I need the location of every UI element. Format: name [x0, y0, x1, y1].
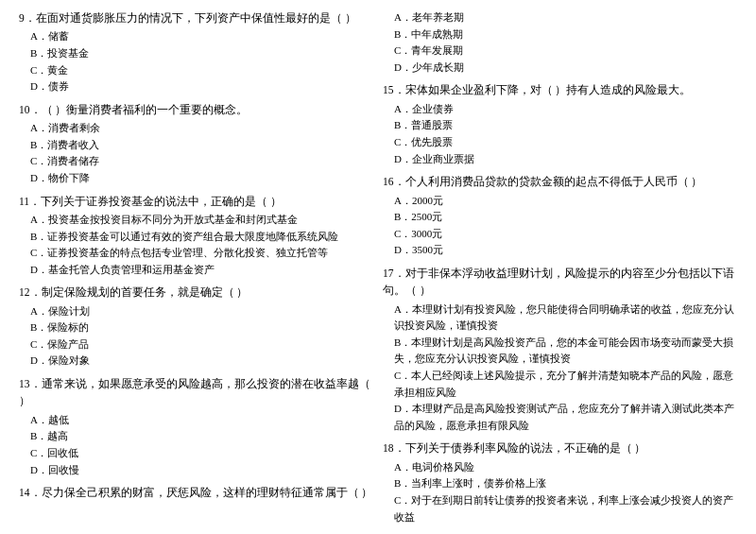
q15-opt-d: D．企业商业票据 — [383, 151, 737, 168]
q18-opt-b: B．当利率上涨时，债券价格上涨 — [383, 475, 737, 492]
question-14: 14．尽力保全己积累的财富，厌惩风险，这样的理财特征通常属于（ ） — [19, 484, 373, 501]
q12-opt-d: D．保险对象 — [19, 353, 373, 370]
question-13: 13．通常来说，如果愿意承受的风险越高，那么投资的潜在收益率越（ ） A．越低 … — [19, 375, 373, 478]
q17-opt-d: D．本理财产品是高风险投资测试产品，您应充分了解并请入测试此类本产品的风险，愿意… — [383, 401, 737, 434]
q12-opt-b: B．保险标的 — [19, 319, 373, 336]
right-column: A．老年养老期 B．中年成熟期 C．青年发展期 D．少年成长期 15．宋体如果企… — [383, 9, 737, 531]
main-content: 9．在面对通货膨胀压力的情况下，下列资产中保值性最好的是（ ） A．储蓄 B．投… — [19, 9, 737, 531]
question-15: 15．宋体如果企业盈利下降，对（ ）持有人造成的风险最大。 A．企业债券 B．普… — [383, 81, 737, 167]
question-18: 18．下列关于债券利率风险的说法，不正确的是（ ） A．电词价格风险 B．当利率… — [383, 439, 737, 525]
q15-opt-b: B．普通股票 — [383, 117, 737, 134]
q11-opt-d: D．基金托管人负责管理和运用基金资产 — [19, 262, 373, 279]
q15-title: 15．宋体如果企业盈利下降，对（ ）持有人造成的风险最大。 — [383, 81, 737, 98]
left-column: 9．在面对通货膨胀压力的情况下，下列资产中保值性最好的是（ ） A．储蓄 B．投… — [19, 9, 373, 531]
q16-opt-b: B．2500元 — [383, 209, 737, 226]
q11-title: 11．下列关于证券投资基金的说法中，正确的是（ ） — [19, 193, 373, 210]
q12-opt-a: A．保险计划 — [19, 303, 373, 320]
q9-opt-a: A．储蓄 — [19, 28, 373, 45]
q12-opt-c: C．保险产品 — [19, 336, 373, 353]
q14-options: A．老年养老期 B．中年成熟期 C．青年发展期 D．少年成长期 — [383, 9, 737, 76]
q10-title: 10．（ ）衡量消费者福利的一个重要的概念。 — [19, 101, 373, 118]
q15-opt-c: C．优先股票 — [383, 134, 737, 151]
question-11: 11．下列关于证券投资基金的说法中，正确的是（ ） A．投资基金按投资目标不同分… — [19, 193, 373, 279]
q17-opt-b: B．本理财计划是高风险投资产品，您的本金可能会因市场变动而蒙受大损失，您应充分认… — [383, 335, 737, 368]
q14-opt-b: B．中年成熟期 — [383, 26, 737, 43]
q13-opt-b: B．越高 — [19, 428, 373, 445]
q16-opt-a: A．2000元 — [383, 193, 737, 210]
q18-opt-a: A．电词价格风险 — [383, 459, 737, 476]
q10-opt-b: B．消费者收入 — [19, 137, 373, 154]
q18-opt-c: C．对于在到期日前转让债券的投资者来说，利率上涨会减少投资人的资产收益 — [383, 492, 737, 525]
q11-opt-a: A．投资基金按投资目标不同分为开放式基金和封闭式基金 — [19, 212, 373, 229]
question-16: 16．个人利用消费品贷款的贷款金额的起点不得低于人民币（ ） A．2000元 B… — [383, 173, 737, 259]
q13-opt-c: C．回收低 — [19, 445, 373, 462]
q14-opt-a: A．老年养老期 — [383, 9, 737, 26]
q9-opt-d: D．债券 — [19, 78, 373, 95]
q14-opt-d: D．少年成长期 — [383, 60, 737, 77]
question-17: 17．对于非保本浮动收益理财计划，风险提示的内容至少分包括以下语句。（ ） A．… — [383, 265, 737, 435]
q9-title: 9．在面对通货膨胀压力的情况下，下列资产中保值性最好的是（ ） — [19, 9, 373, 26]
q17-title: 17．对于非保本浮动收益理财计划，风险提示的内容至少分包括以下语句。（ ） — [383, 265, 737, 300]
q18-title: 18．下列关于债券利率风险的说法，不正确的是（ ） — [383, 439, 737, 456]
q9-opt-c: C．黄金 — [19, 62, 373, 79]
q16-opt-c: C．3000元 — [383, 226, 737, 243]
q15-opt-a: A．企业债券 — [383, 101, 737, 118]
question-9: 9．在面对通货膨胀压力的情况下，下列资产中保值性最好的是（ ） A．储蓄 B．投… — [19, 9, 373, 95]
q13-opt-d: D．回收慢 — [19, 462, 373, 479]
q14-opt-c: C．青年发展期 — [383, 43, 737, 60]
q9-opt-b: B．投资基金 — [19, 45, 373, 62]
q10-opt-d: D．物价下降 — [19, 170, 373, 187]
question-12: 12．制定保险规划的首要任务，就是确定（ ） A．保险计划 B．保险标的 C．保… — [19, 284, 373, 370]
q13-title: 13．通常来说，如果愿意承受的风险越高，那么投资的潜在收益率越（ ） — [19, 375, 373, 410]
q16-opt-d: D．3500元 — [383, 242, 737, 259]
q14-title: 14．尽力保全己积累的财富，厌惩风险，这样的理财特征通常属于（ ） — [19, 484, 373, 501]
q11-opt-c: C．证券投资基金的特点包括专业管理、分散化投资、独立托管等 — [19, 245, 373, 262]
q12-title: 12．制定保险规划的首要任务，就是确定（ ） — [19, 284, 373, 301]
q10-opt-a: A．消费者剩余 — [19, 120, 373, 137]
q13-opt-a: A．越低 — [19, 412, 373, 429]
q16-title: 16．个人利用消费品贷款的贷款金额的起点不得低于人民币（ ） — [383, 173, 737, 190]
question-10: 10．（ ）衡量消费者福利的一个重要的概念。 A．消费者剩余 B．消费者收入 C… — [19, 101, 373, 187]
q11-opt-b: B．证券投资基金可以通过有效的资产组合最大限度地降低系统风险 — [19, 229, 373, 246]
q10-opt-c: C．消费者储存 — [19, 153, 373, 170]
page-container: 9．在面对通货膨胀压力的情况下，下列资产中保值性最好的是（ ） A．储蓄 B．投… — [19, 9, 737, 534]
q17-opt-a: A．本理财计划有投资风险，您只能使得合同明确承诺的收益，您应充分认识投资风险，谨… — [383, 301, 737, 335]
q17-opt-c: C．本人已经阅读上述风险提示，充分了解并清楚知晓本产品的风险，愿意承担相应风险 — [383, 368, 737, 401]
